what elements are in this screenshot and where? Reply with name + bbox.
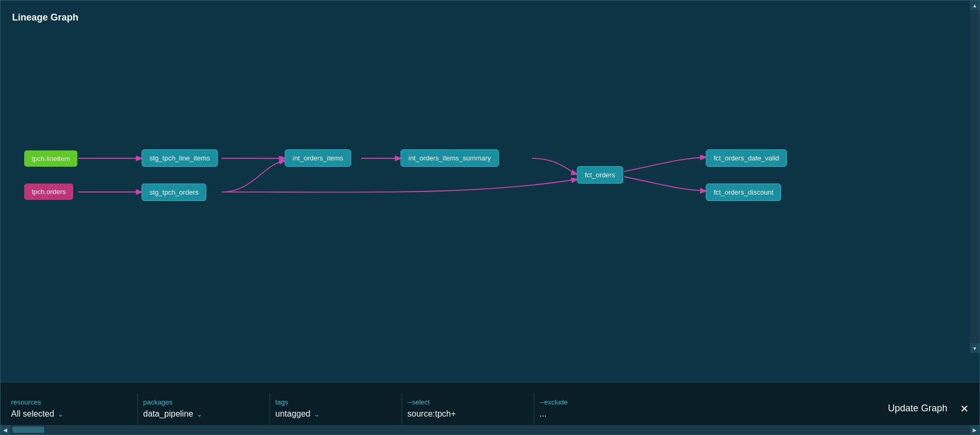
- node-tpch-lineitem[interactable]: tpch.lineitem: [24, 150, 77, 167]
- close-button[interactable]: ✕: [960, 402, 969, 415]
- packages-dropdown-arrow[interactable]: ⌄: [196, 410, 203, 418]
- filter-group-packages: packages data_pipeline ⌄: [143, 398, 259, 419]
- filter-packages-row: data_pipeline ⌄: [143, 409, 259, 419]
- node-int-orders-items-summary[interactable]: int_orders_items_summary: [401, 149, 499, 167]
- filter-select-row: source:tpch+: [407, 409, 523, 419]
- page-title: Lineage Graph: [12, 12, 78, 23]
- scroll-down-arrow[interactable]: ▼: [970, 343, 979, 353]
- filter-label-resources: resources: [11, 398, 127, 406]
- node-fct-orders-discount[interactable]: fct_orders_discount: [706, 184, 781, 201]
- filter-group-select: --select source:tpch+: [407, 398, 523, 419]
- tags-dropdown-arrow[interactable]: ⌄: [314, 410, 320, 418]
- filter-value-exclude: ...: [539, 409, 546, 419]
- horizontal-scrollbar-thumb[interactable]: [13, 427, 44, 433]
- filter-group-tags: tags untagged ⌄: [275, 398, 391, 419]
- main-container: Lineage Graph: [0, 0, 980, 435]
- separator-4: [534, 393, 534, 424]
- filter-label-packages: packages: [143, 398, 259, 406]
- filter-label-exclude: --exclude: [539, 398, 655, 406]
- node-stg-tpch-orders[interactable]: stg_tpch_orders: [142, 184, 206, 201]
- separator-2: [269, 393, 270, 424]
- separator-1: [137, 393, 138, 424]
- graph-area: Lineage Graph: [1, 1, 979, 382]
- filter-group-resources: resources All selected ⌄: [11, 398, 127, 419]
- filter-label-select: --select: [407, 398, 523, 406]
- node-int-orders-items[interactable]: int_orders_items: [285, 149, 351, 167]
- filter-tags-row: untagged ⌄: [275, 409, 391, 419]
- scroll-up-arrow[interactable]: ▲: [970, 1, 979, 10]
- filter-value-tags: untagged: [275, 409, 311, 419]
- horizontal-scrollbar[interactable]: [10, 425, 970, 434]
- filter-label-tags: tags: [275, 398, 391, 406]
- scroll-right-arrow[interactable]: ▶: [970, 425, 979, 434]
- scroll-left-arrow[interactable]: ◀: [1, 425, 10, 434]
- filter-value-resources: All selected: [11, 409, 54, 419]
- filter-value-select: source:tpch+: [407, 409, 456, 419]
- node-fct-orders[interactable]: fct_orders: [577, 166, 623, 184]
- node-stg-tpch-line-items[interactable]: stg_tpch_line_items: [142, 149, 218, 167]
- filter-resources-row: All selected ⌄: [11, 409, 127, 419]
- update-graph-button[interactable]: Update Graph: [888, 403, 947, 414]
- filter-group-exclude: --exclude ...: [539, 398, 655, 419]
- separator-3: [402, 393, 402, 424]
- node-fct-orders-date-valid[interactable]: fct_orders_date_valid: [706, 149, 787, 167]
- filter-value-packages: data_pipeline: [143, 409, 193, 419]
- resources-dropdown-arrow[interactable]: ⌄: [57, 410, 64, 418]
- filter-exclude-row: ...: [539, 409, 655, 419]
- node-tpch-orders[interactable]: tpch.orders: [24, 184, 73, 200]
